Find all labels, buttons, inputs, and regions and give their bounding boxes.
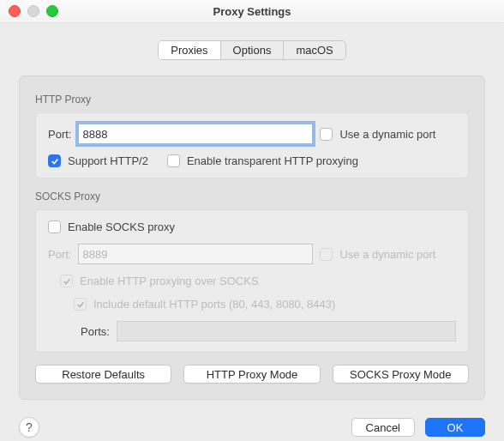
http-port-label: Port: [48, 128, 71, 141]
tab-options[interactable]: Options [221, 41, 284, 59]
http-port-input[interactable] [78, 124, 313, 144]
socks-proxy-mode-button[interactable]: SOCKS Proxy Mode [333, 365, 469, 384]
socks-over-label: Enable HTTP proxying over SOCKS [80, 275, 259, 287]
socks-ports-input [117, 321, 456, 341]
socks-include-label: Include default HTTP ports (80, 443, 808… [93, 298, 335, 311]
titlebar: Proxy Settings [0, 0, 504, 23]
http-proxy-mode-button[interactable]: HTTP Proxy Mode [183, 365, 320, 384]
socks-dynamic-checkbox [320, 248, 333, 261]
http2-label: Support HTTP/2 [68, 154, 148, 167]
help-button[interactable]: ? [19, 417, 39, 438]
transparent-checkbox[interactable] [167, 154, 180, 167]
window-title: Proxy Settings [213, 5, 291, 18]
socks-proxy-header: SOCKS Proxy [35, 190, 469, 202]
zoom-icon[interactable] [46, 5, 58, 17]
settings-panel: HTTP Proxy Port: Use a dynamic port Supp… [19, 76, 485, 400]
http-proxy-header: HTTP Proxy [35, 94, 469, 106]
close-icon[interactable] [9, 5, 21, 17]
tab-bar: Proxies Options macOS [158, 40, 346, 60]
http-dynamic-label: Use a dynamic port [339, 128, 435, 141]
socks-proxy-block: Enable SOCKS proxy Port: Use a dynamic p… [35, 209, 469, 353]
socks-port-input [78, 244, 313, 264]
socks-enable-checkbox[interactable] [48, 220, 61, 233]
http2-checkbox[interactable] [48, 154, 61, 167]
tab-macos[interactable]: macOS [284, 41, 345, 59]
socks-enable-label: Enable SOCKS proxy [68, 220, 175, 233]
tab-proxies[interactable]: Proxies [159, 41, 219, 59]
restore-defaults-button[interactable]: Restore Defaults [35, 365, 171, 384]
http-dynamic-checkbox[interactable] [320, 128, 333, 141]
socks-dynamic-label: Use a dynamic port [339, 248, 435, 261]
cancel-button[interactable]: Cancel [351, 418, 415, 437]
ok-button[interactable]: OK [425, 418, 485, 437]
transparent-label: Enable transparent HTTP proxying [187, 154, 358, 167]
help-icon: ? [26, 420, 33, 434]
socks-port-label: Port: [48, 248, 71, 261]
minimize-icon [27, 5, 39, 17]
socks-include-checkbox [74, 298, 87, 311]
socks-ports-label: Ports: [81, 325, 110, 338]
window-controls [9, 5, 58, 17]
http-proxy-block: Port: Use a dynamic port Support HTTP/2 … [35, 112, 469, 178]
socks-over-checkbox [60, 275, 73, 287]
